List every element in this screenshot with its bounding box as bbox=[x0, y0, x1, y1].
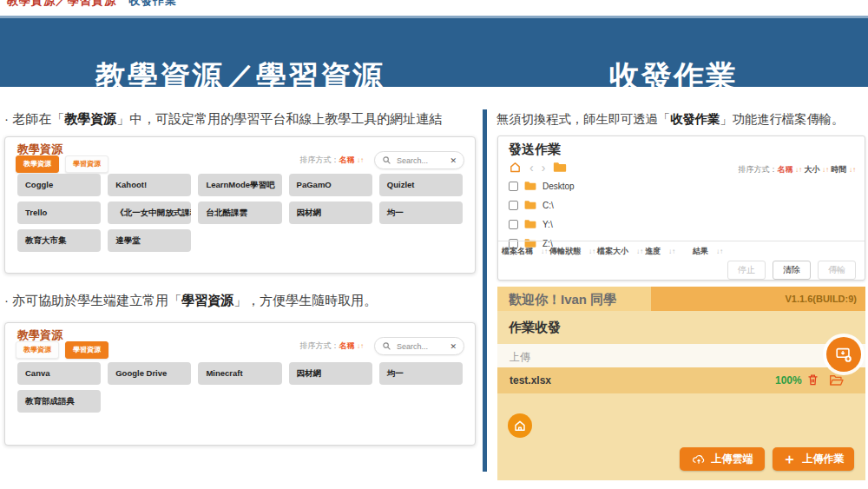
column-header-result[interactable]: 結果↓↑ bbox=[693, 246, 723, 257]
page: 教學資源／學習資源 收發作業 教學資源／學習資源 收發作業 · 老師在「教學資源… bbox=[0, 0, 868, 489]
file-browser-toolbar: ‹ › bbox=[509, 161, 567, 174]
open-folder-button[interactable] bbox=[829, 373, 844, 387]
clear-button[interactable]: 清除 bbox=[773, 261, 811, 280]
sort-arrows-icon[interactable]: ↓↑ bbox=[716, 248, 723, 255]
checkbox[interactable] bbox=[509, 201, 518, 210]
app-home-button[interactable] bbox=[508, 413, 532, 438]
sort-value[interactable]: 名稱 bbox=[339, 155, 354, 164]
resource-item[interactable]: Minecraft bbox=[198, 362, 281, 385]
checkbox[interactable] bbox=[509, 220, 518, 229]
resource-item[interactable]: 教育大市集 bbox=[17, 229, 101, 252]
panel-title: 發送作業 bbox=[509, 142, 561, 158]
forward-icon[interactable]: › bbox=[542, 162, 546, 174]
resource-item[interactable]: Quizlet bbox=[379, 174, 463, 196]
desc-text: 」功能進行檔案傳輸。 bbox=[720, 112, 844, 126]
search-clear-icon[interactable]: ✕ bbox=[450, 156, 457, 165]
sort-by-name[interactable]: 名稱 bbox=[777, 165, 792, 174]
screen-capture-upload-button[interactable] bbox=[826, 337, 861, 372]
desc-text: 無須切換程式，師生即可透過「 bbox=[496, 112, 670, 126]
search-input[interactable]: Search... ✕ bbox=[374, 151, 464, 169]
resource-item[interactable]: Kahoot! bbox=[108, 174, 191, 196]
trash-icon bbox=[806, 373, 819, 387]
learning-resources-panel: 教學資源 教學資源 學習資源 排序方式：名稱 ↓↑ Search... ✕ Ca… bbox=[4, 322, 476, 446]
drive-row-c[interactable]: C:\ bbox=[509, 195, 575, 215]
resource-item[interactable]: Canva bbox=[17, 362, 101, 385]
resource-item[interactable]: 達學堂 bbox=[108, 229, 191, 252]
resource-item[interactable]: Google Drive bbox=[108, 362, 191, 385]
sort-control[interactable]: 排序方式：名稱 ↓↑ bbox=[299, 340, 364, 352]
resource-item[interactable]: 教育部成語典 bbox=[17, 390, 101, 413]
desc-text: 亦可協助於學生端建立常用「 bbox=[12, 293, 181, 307]
upload-homework-button[interactable]: ＋ 上傳作業 bbox=[773, 447, 854, 471]
column-header-progress[interactable]: 進度↓↑ bbox=[645, 246, 675, 257]
search-clear-icon[interactable]: ✕ bbox=[450, 342, 457, 351]
transfer-button[interactable]: 傳輸 bbox=[818, 261, 856, 280]
tab-learning-resources[interactable]: 學習資源 bbox=[65, 155, 108, 173]
sort-arrows-icon[interactable]: ↓↑ bbox=[541, 248, 548, 255]
folder-icon[interactable] bbox=[553, 162, 567, 173]
tab-teaching-resources[interactable]: 教學資源 bbox=[16, 155, 59, 173]
upload-drop-area[interactable]: 上傳 bbox=[497, 344, 865, 367]
desc-text: 老師在「 bbox=[12, 111, 64, 126]
column-header-status[interactable]: 傳輸狀態↓↑ bbox=[549, 246, 595, 257]
search-icon bbox=[382, 341, 391, 351]
folder-icon bbox=[524, 200, 536, 210]
drive-label: Y:\ bbox=[542, 220, 553, 229]
home-icon[interactable] bbox=[509, 161, 522, 174]
sort-arrows-icon[interactable]: ↓↑ bbox=[668, 248, 675, 255]
sort-label: 排序方式： bbox=[738, 165, 777, 174]
desc-text: 」，方便學生隨時取用。 bbox=[233, 293, 377, 307]
tab-learning-resources[interactable]: 學習資源 bbox=[65, 341, 108, 359]
search-icon bbox=[382, 155, 391, 165]
resource-item[interactable]: 因材網 bbox=[289, 362, 372, 385]
resource-item[interactable]: 均一 bbox=[379, 362, 463, 385]
sort-arrows-icon[interactable]: ↓↑ bbox=[357, 342, 364, 350]
sort-arrows-icon[interactable]: ↓↑ bbox=[822, 166, 829, 174]
sort-control[interactable]: 排序方式：名稱 ↓↑ bbox=[299, 155, 364, 166]
sort-value[interactable]: 名稱 bbox=[339, 341, 354, 350]
resource-item[interactable]: 《北一女中開放式課程》 bbox=[108, 202, 191, 224]
delete-file-button[interactable] bbox=[806, 373, 819, 387]
search-input[interactable]: Search... ✕ bbox=[374, 337, 464, 355]
bullet: · bbox=[4, 111, 9, 126]
sort-arrows-icon[interactable]: ↓↑ bbox=[849, 166, 856, 174]
search-placeholder: Search... bbox=[397, 156, 444, 165]
drive-label: Desktop bbox=[542, 182, 575, 191]
file-progress: 100% bbox=[775, 374, 802, 387]
resource-item[interactable]: PaGamO bbox=[289, 174, 372, 196]
column-header-filename[interactable]: 檔案名稱↓↑ bbox=[502, 246, 548, 257]
clipped-top-heading: 教學資源／學習資源 收發作業 bbox=[7, 0, 177, 9]
drive-row-desktop[interactable]: Desktop bbox=[509, 176, 575, 195]
student-homework-app: 歡迎你！Ivan 同學 V1.1.6(BUILD:9) 作業收發 上傳 test… bbox=[497, 287, 865, 480]
right-section-title: 收發作業 bbox=[609, 56, 738, 97]
desc-bold: 教學資源 bbox=[64, 111, 116, 126]
plus-icon: ＋ bbox=[783, 453, 797, 466]
drive-row-y[interactable]: Y:\ bbox=[509, 215, 575, 234]
stop-button[interactable]: 停止 bbox=[727, 261, 766, 280]
sort-arrows-icon[interactable]: ↓↑ bbox=[357, 156, 364, 164]
tab-teaching-resources[interactable]: 教學資源 bbox=[16, 341, 59, 359]
resource-item[interactable]: 台北酷課雲 bbox=[198, 202, 281, 224]
sort-by-size[interactable]: 大小 bbox=[804, 165, 819, 174]
upload-to-cloud-button[interactable]: 上傳雲端 bbox=[680, 447, 765, 471]
student-resources-description: · 亦可協助於學生端建立常用「學習資源」，方便學生隨時取用。 bbox=[4, 293, 377, 309]
version-label: V1.1.6(BUILD:9) bbox=[785, 294, 857, 304]
resource-item[interactable]: 均一 bbox=[379, 202, 463, 224]
sort-by-time[interactable]: 時間 bbox=[831, 165, 846, 174]
resource-item[interactable]: Trello bbox=[17, 202, 101, 224]
column-divider bbox=[483, 109, 487, 472]
sort-bar: 排序方式：名稱 ↓↑ 大小 ↓↑ 時間 ↓↑ bbox=[738, 164, 856, 175]
checkbox[interactable] bbox=[509, 182, 518, 191]
sort-arrows-icon[interactable]: ↓↑ bbox=[636, 248, 643, 255]
desc-text: 」中，可設定常用的學習平台和線上教學工具的網址連結 bbox=[116, 111, 442, 126]
resource-item[interactable]: 因材網 bbox=[289, 202, 372, 224]
search-placeholder: Search... bbox=[397, 342, 444, 351]
drive-label: C:\ bbox=[542, 201, 554, 210]
sort-arrows-icon[interactable]: ↓↑ bbox=[795, 166, 802, 174]
column-header-size[interactable]: 檔案大小↓↑ bbox=[597, 246, 643, 257]
sort-arrows-icon[interactable]: ↓↑ bbox=[589, 248, 595, 255]
back-icon[interactable]: ‹ bbox=[529, 162, 534, 174]
clipped-heading-blue: 收發作業 bbox=[116, 0, 177, 7]
resource-item[interactable]: Coggle bbox=[17, 174, 101, 196]
resource-item[interactable]: LearnMode學習吧 bbox=[198, 174, 281, 196]
